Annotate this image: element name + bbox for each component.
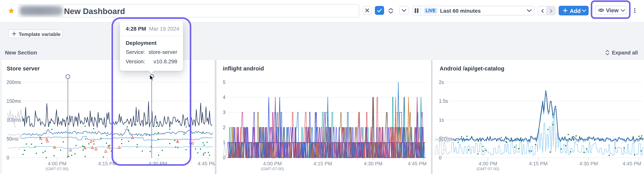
svg-text:4:00 PM: 4:00 PM bbox=[479, 161, 497, 166]
svg-text:5: 5 bbox=[223, 80, 226, 85]
svg-text:1.5s: 1.5s bbox=[439, 98, 448, 104]
svg-text:4: 4 bbox=[223, 94, 226, 100]
svg-text:(GMT-07:00): (GMT-07:00) bbox=[476, 166, 499, 171]
svg-text:0: 0 bbox=[439, 155, 442, 160]
svg-text:1s: 1s bbox=[439, 117, 444, 123]
svg-text:(GMT-07:00): (GMT-07:00) bbox=[46, 166, 68, 171]
svg-text:4:15 PM: 4:15 PM bbox=[314, 161, 332, 166]
svg-text:2s: 2s bbox=[439, 80, 444, 85]
svg-text:4:00 PM: 4:00 PM bbox=[263, 161, 282, 166]
svg-text:4:00 PM: 4:00 PM bbox=[48, 161, 66, 166]
svg-text:(GMT-07:00): (GMT-07:00) bbox=[261, 166, 284, 171]
svg-text:4:30 PM: 4:30 PM bbox=[364, 161, 382, 166]
svg-text:3: 3 bbox=[223, 109, 226, 115]
svg-text:4:45 PM: 4:45 PM bbox=[623, 161, 641, 166]
svg-text:4:15 PM: 4:15 PM bbox=[529, 161, 548, 166]
svg-text:200ms: 200ms bbox=[6, 80, 21, 85]
svg-text:150ms: 150ms bbox=[6, 98, 21, 104]
svg-text:4:30 PM: 4:30 PM bbox=[580, 161, 598, 166]
svg-text:4:45 PM: 4:45 PM bbox=[198, 161, 215, 166]
svg-text:4:45 PM: 4:45 PM bbox=[408, 161, 426, 166]
svg-text:2: 2 bbox=[223, 125, 226, 130]
svg-text:0: 0 bbox=[6, 155, 9, 160]
